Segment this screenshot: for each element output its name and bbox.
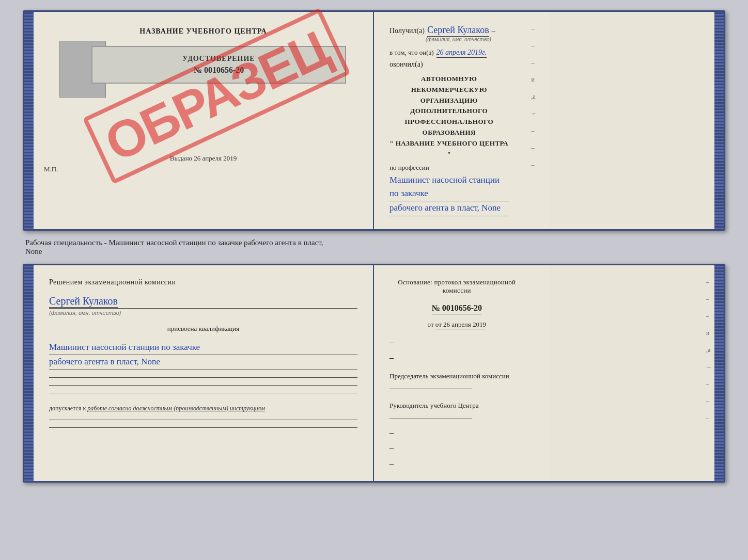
name-hint-top: (фамилия, имя, отчество) [426,37,491,42]
ot-date: от 26 апреля 2019 [435,321,486,329]
bottom-certificate-book: Решением экзаменационной комиссии Сергей… [23,264,725,483]
resheniem-line: Решением экзаменационной комиссии [49,278,357,286]
dash-1: – [532,25,538,33]
vtom-line: в том, что он(а) 26 апреля 2019г. окончи… [389,49,509,69]
bottom-label-block: Рабочая специальность - Машинист насосно… [23,238,725,256]
predsedatel-label: Председатель экзаменационной комиссии [389,371,524,381]
dash-r3: – [389,459,394,468]
bdash-3: – [706,312,712,320]
obrazets-container: УДОСТОВЕРЕНИЕ № 0010656-20 ОБРАЗЕЦ [44,41,363,144]
dash-r1: – [389,428,394,437]
udostoverenie-number: № 0010656-20 [105,66,333,75]
bottom-right-wrapper: – – – и ,а ← – – – Основание: протокол э… [374,265,724,481]
bottom-label-text2: None [23,247,725,256]
dash-5: – [532,144,538,152]
udostoverenie-title: УДОСТОВЕРЕНИЕ [105,55,333,63]
ot-line: от от 26 апреля 2019 [389,321,524,329]
profession-line2-top: рабочего агента в пласт, None [389,201,509,216]
name-separator-bottom [49,308,357,309]
org-line3: " НАЗВАНИЕ УЧЕБНОГО ЦЕНТРА " [389,138,509,160]
dash-а: ,а [532,93,538,101]
dash-ot2: – [389,353,394,362]
org-block: АВТОНОМНУЮ НЕКОММЕРЧЕСКУЮ ОРГАНИЗАЦИЮ ДО… [389,74,509,159]
bottom-right-dashes: – – – и ,а ← – – – [706,278,712,422]
bottom-right-page: Основание: протокол экзаменационной коми… [374,265,549,481]
protocol-number: № 0010656-20 [432,303,482,314]
rukovoditel-signature [389,419,472,419]
bdash-и: и [706,329,712,337]
bottom-spine-right [714,265,724,481]
cert-left-page: НАЗВАНИЕ УЧЕБНОГО ЦЕНТРА УДОСТОВЕРЕНИЕ №… [24,12,374,229]
vtom-label: в том, что он(а) [389,49,434,57]
org-line1: АВТОНОМНУЮ НЕКОММЕРЧЕСКУЮ ОРГАНИЗАЦИЮ [389,74,509,106]
bdash-1: – [706,278,712,286]
name-hint-bottom: (фамилия, имя, отчество) [49,310,357,316]
bdash-5: – [706,397,712,405]
dash-3: – [532,59,538,67]
line-sep-5 [49,427,357,428]
person-name-bottom: Сергей Кулаков [49,295,118,308]
dash-r2: – [389,443,394,452]
bottom-right-inner: Основание: протокол экзаменационной коми… [389,278,524,468]
cert-right-wrapper: – – – и ,а ← – – – Получил(а) Сергей Кул… [374,12,724,229]
bottom-left-page: Решением экзаменационной комиссии Сергей… [24,265,374,481]
profession-line1-top: Машинист насосной станции по закачке [389,173,509,201]
dash-2: – [532,42,538,50]
po-professii-label: по профессии [389,164,509,172]
osnovaniye-line: Основание: протокол экзаменационной коми… [389,278,524,295]
bottom-left-inner: Решением экзаменационной комиссии Сергей… [49,278,357,428]
chairman-block: Председатель экзаменационной комиссии [389,371,524,390]
bottom-label-text: Рабочая специальность - Машинист насосно… [23,238,725,247]
dash-4: – [532,127,538,135]
rukovoditel-block: Руководитель учебного Центра [389,401,524,419]
document-wrapper: НАЗВАНИЕ УЧЕБНОГО ЦЕНТРА УДОСТОВЕРЕНИЕ №… [23,10,725,483]
dash-6: – [532,161,538,169]
line-sep-3 [49,393,357,393]
bdash-а: ,а [706,346,712,354]
profession-line1-bottom: Машинист насосной станции по закачке [49,341,357,356]
ot-prefix: от [428,321,434,328]
dopusk-italic: работе согласно должностным (производств… [87,405,265,412]
spine-right [714,12,724,229]
udostoverenie-block: УДОСТОВЕРЕНИЕ № 0010656-20 [91,46,347,84]
prisvoena-line: присвоена квалификация [49,325,357,333]
poluchil-label: Получил(а) [389,27,425,35]
dopusk-label: допускается к [49,405,86,412]
bottom-spine-left [24,265,34,481]
bdash-6: – [706,414,712,422]
org-line2: ДОПОЛНИТЕЛЬНОГО ПРОФЕССИОНАЛЬНОГО ОБРАЗО… [389,106,509,138]
cert-left-inner: НАЗВАНИЕ УЧЕБНОГО ЦЕНТРА УДОСТОВЕРЕНИЕ №… [44,22,363,163]
dash-ot: – [389,338,394,346]
dash-poluchil: – [492,27,495,35]
line-sep-1 [49,377,357,378]
line-sep-4 [49,420,357,420]
top-certificate-book: НАЗВАНИЕ УЧЕБНОГО ЦЕНТРА УДОСТОВЕРЕНИЕ №… [23,10,725,231]
spine-left [24,12,34,229]
bdash-4: – [706,380,712,388]
cert-title: НАЗВАНИЕ УЧЕБНОГО ЦЕНТРА [139,27,267,36]
dopuskaetsya-line: допускается к работе согласно должностны… [49,405,357,412]
right-dashes: – – – и ,а ← – – – [532,25,538,169]
dash-arrow: ← [532,110,538,118]
profession-line2-bottom: рабочего агента в пласт, None [49,355,357,370]
cert-right-page: – – – и ,а ← – – – Получил(а) Сергей Кул… [374,12,549,229]
bdash-arrow: ← [706,363,712,371]
cert-right-inner: Получил(а) Сергей Кулаков – (фамилия, им… [389,25,524,216]
cert-date-top: 26 апреля 2019г. [437,49,487,58]
mp-line: М.П. [44,165,58,173]
dash-и: и [532,76,538,84]
chairman-signature [389,389,472,389]
vydano-line: Выдано 26 апреля 2019 [170,154,237,163]
bdash-2: – [706,295,712,303]
line-sep-2 [49,385,357,386]
rukovoditel-label: Руководитель учебного Центра [389,401,524,411]
okonchil-label: окончил(а) [389,60,423,69]
